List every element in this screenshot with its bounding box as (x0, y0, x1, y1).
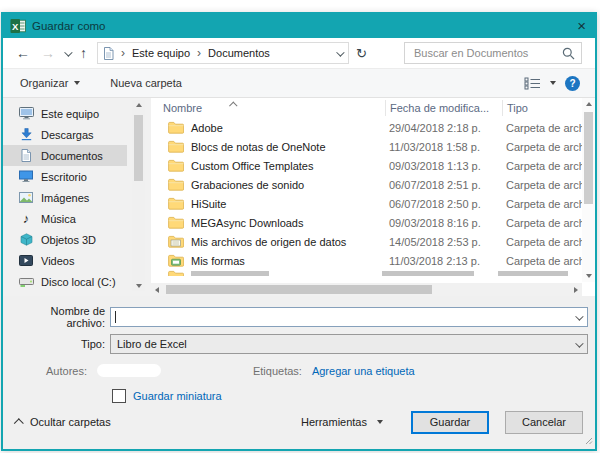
sort-ascending-icon (231, 98, 237, 110)
table-row[interactable]: MEGAsync Downloads 09/03/2018 8:16 p. Ca… (151, 213, 595, 232)
file-name: MEGAsync Downloads (191, 217, 304, 229)
scrollbar-thumb[interactable] (166, 285, 432, 294)
table-row[interactable]: Grabaciones de sonido 06/07/2018 2:51 p.… (151, 175, 595, 194)
view-list-icon[interactable] (524, 77, 541, 90)
chevron-down-icon[interactable] (575, 338, 581, 350)
scrollbar-thumb[interactable] (584, 112, 593, 204)
refresh-icon[interactable]: ↻ (356, 46, 367, 61)
organize-label: Organizar (20, 77, 68, 89)
svg-text:X: X (12, 21, 19, 32)
address-bar[interactable]: › Este equipo › Documentos (97, 42, 349, 64)
resize-grip[interactable] (584, 435, 593, 447)
folder-icon (168, 159, 184, 172)
filetype-label: Tipo: (12, 338, 105, 350)
scroll-down-icon[interactable] (586, 274, 592, 278)
hide-folders-label: Ocultar carpetas (30, 416, 111, 428)
breadcrumb-separator: › (121, 46, 125, 60)
tags-label: Etiquetas: (253, 365, 302, 377)
scroll-down-icon[interactable] (136, 284, 142, 288)
breadcrumb-separator: › (197, 46, 201, 60)
file-name: HiSuite (191, 198, 226, 210)
excel-app-icon: X (10, 18, 26, 34)
sidebar-item-este-equipo[interactable]: Este equipo (3, 103, 127, 124)
file-date: 09/03/2018 8:16 p. (385, 217, 502, 229)
file-date: 11/03/2018 2:13 p. (385, 255, 502, 267)
file-name: Mis formas (191, 255, 245, 267)
scroll-left-icon[interactable] (155, 287, 159, 293)
sidebar-scrollbar[interactable] (132, 100, 145, 291)
save-button[interactable]: Guardar (411, 411, 489, 434)
location-page-icon (103, 47, 114, 60)
organize-button[interactable]: Organizar (20, 77, 80, 89)
back-icon[interactable]: ← (16, 46, 30, 60)
file-list: Nombre Fecha de modifica... Tipo Adobe 2… (151, 98, 595, 296)
save-thumbnail-checkbox[interactable] (112, 389, 126, 403)
sidebar-item-label: Imágenes (41, 192, 89, 204)
chevron-down-icon (74, 81, 80, 85)
cancel-button[interactable]: Cancelar (505, 411, 583, 434)
file-name: Mis archivos de origen de datos (191, 236, 346, 248)
sidebar-item-descargas[interactable]: Descargas (3, 124, 127, 145)
file-date: 06/07/2018 2:50 p. (385, 198, 502, 210)
sidebar-item-escritorio[interactable]: Escritorio (3, 166, 127, 187)
tools-dropdown[interactable]: Herramientas (301, 416, 383, 428)
file-rows: Adobe 29/04/2018 2:18 p. Carpeta de arch… (151, 118, 595, 276)
save-as-dialog: X Guardar como × ← → ↑ › Este equipo › (1, 12, 597, 451)
sidebar-item-label: Objetos 3D (41, 234, 96, 246)
column-header-nombre[interactable]: Nombre (151, 102, 385, 114)
table-row[interactable]: Adobe 29/04/2018 2:18 p. Carpeta de arch… (151, 118, 595, 137)
file-list-horizontal-scrollbar[interactable] (151, 283, 582, 296)
view-dropdown-chevron-icon[interactable] (550, 81, 556, 85)
search-input[interactable] (412, 46, 562, 60)
sidebar-item-imagenes[interactable]: Imágenes (3, 187, 127, 208)
sidebar-item-documentos[interactable]: Documentos (3, 145, 127, 166)
sidebar-item-label: Descargas (41, 129, 94, 141)
sidebar-item-musica[interactable]: ♪ Música (3, 208, 127, 229)
cube-3d-icon (18, 233, 34, 246)
sidebar-item-disco-local[interactable]: Disco local (C:) (3, 271, 127, 292)
up-icon[interactable]: ↑ (80, 46, 87, 60)
search-icon[interactable] (562, 47, 575, 60)
table-row[interactable]: Mis archivos de origen de datos 14/05/20… (151, 232, 595, 251)
scrollbar-thumb[interactable] (134, 115, 143, 181)
help-icon[interactable]: ? (565, 76, 580, 91)
file-name: Blocs de notas de OneNote (191, 141, 326, 153)
file-name: Custom Office Templates (191, 160, 313, 172)
table-row[interactable]: Blocs de notas de OneNote 11/03/2018 1:5… (151, 137, 595, 156)
table-row[interactable]: HiSuite 06/07/2018 2:50 p. Carpeta de ar… (151, 194, 595, 213)
table-row[interactable]: Custom Office Templates 09/03/2018 1:13 … (151, 156, 595, 175)
filename-input[interactable] (110, 307, 588, 327)
file-date: 14/05/2018 2:53 p. (385, 236, 502, 248)
address-dropdown-chevron-icon[interactable] (336, 47, 342, 59)
scroll-right-icon[interactable] (574, 287, 578, 293)
videos-icon (18, 255, 34, 266)
sidebar-item-objetos-3d[interactable]: Objetos 3D (3, 229, 127, 250)
file-date: 06/07/2018 2:51 p. (385, 179, 502, 191)
new-folder-button[interactable]: Nueva carpeta (110, 77, 182, 89)
file-name: Grabaciones de sonido (191, 179, 304, 191)
command-toolbar: Organizar Nueva carpeta ? (3, 69, 595, 98)
close-icon[interactable]: × (577, 19, 586, 33)
new-folder-label: Nueva carpeta (110, 77, 182, 89)
filetype-select[interactable]: Libro de Excel (110, 334, 588, 354)
breadcrumb-item-este-equipo[interactable]: Este equipo (132, 47, 190, 59)
recent-locations-chevron-icon[interactable] (64, 47, 70, 59)
data-source-folder-icon (168, 235, 184, 248)
text-caret (115, 311, 116, 323)
add-tag-link[interactable]: Agregar una etiqueta (312, 365, 415, 377)
computer-icon (18, 107, 34, 120)
sidebar-item-label: Escritorio (41, 171, 87, 183)
column-header-fecha[interactable]: Fecha de modifica... (385, 100, 502, 116)
chevron-up-icon (14, 418, 24, 428)
folder-icon (168, 140, 184, 153)
sidebar-item-videos[interactable]: Videos (3, 250, 127, 271)
breadcrumb-item-documentos[interactable]: Documentos (208, 47, 270, 59)
chevron-down-icon (377, 420, 383, 424)
hide-folders-button[interactable]: Ocultar carpetas (16, 416, 111, 428)
table-row[interactable]: Mis formas 11/03/2018 2:13 p. Carpeta de… (151, 251, 595, 270)
file-list-vertical-scrollbar[interactable] (582, 98, 595, 282)
save-thumbnail-label: Guardar miniatura (133, 390, 222, 402)
column-headers: Nombre Fecha de modifica... Tipo (151, 98, 595, 118)
chevron-down-icon[interactable] (575, 311, 581, 323)
file-name: Adobe (191, 122, 223, 134)
